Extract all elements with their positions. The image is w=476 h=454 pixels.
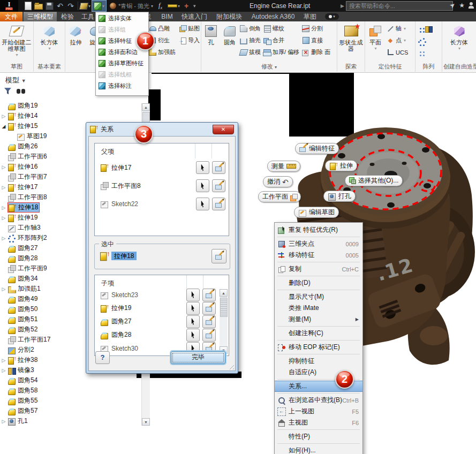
group-label-freeform[interactable]: 创建自由造型 bbox=[442, 63, 476, 71]
user-account-icon[interactable] bbox=[469, 2, 474, 9]
edit-sketch-button[interactable]: 编辑草图 bbox=[294, 207, 339, 218]
resize-grip[interactable] bbox=[228, 363, 234, 369]
tab-3d-model[interactable]: 三维模型 bbox=[24, 12, 57, 21]
ucs-button[interactable]: UCS bbox=[387, 47, 408, 58]
redo-button[interactable]: ↷ bbox=[65, 1, 76, 11]
undo-minibutton[interactable]: 撤消 ↶ bbox=[263, 176, 293, 187]
combine-button[interactable]: 合并 bbox=[263, 35, 299, 46]
workplane-minibutton[interactable]: 工作平面 bbox=[258, 191, 301, 202]
shell-button[interactable]: 抽壳 bbox=[240, 35, 261, 46]
open-button[interactable] bbox=[33, 1, 44, 11]
menu-item-select-annotations[interactable]: 选择标注 bbox=[96, 80, 148, 92]
import-button[interactable]: 导入 bbox=[179, 35, 200, 46]
expander-icon[interactable]: ▷ bbox=[0, 113, 7, 119]
thicken-button[interactable]: 加厚/ 偏移 bbox=[263, 47, 299, 58]
expander-icon[interactable]: ▷ bbox=[0, 368, 7, 373]
select-in-window-button[interactable] bbox=[186, 302, 200, 315]
filter-icon[interactable] bbox=[4, 88, 11, 95]
menu-item-repeat-feature[interactable]: 重复 特征优先(R) bbox=[275, 224, 362, 236]
search-binoculars-icon[interactable] bbox=[17, 88, 27, 95]
inventor-logo-icon[interactable]: IPRO bbox=[0, 0, 18, 12]
edit-button[interactable] bbox=[202, 329, 216, 342]
expander-icon[interactable]: ▷ bbox=[0, 286, 7, 292]
tree-item[interactable]: 圆角54 bbox=[0, 375, 138, 385]
expander-icon[interactable]: ▷ bbox=[0, 419, 7, 424]
menu-item-select-sketch-features[interactable]: 选择草图特征 bbox=[96, 58, 148, 69]
menu-item-suppress-features[interactable]: 抑制特征 bbox=[275, 355, 362, 367]
select-other-button[interactable]: 选择其他(O)... bbox=[345, 175, 403, 186]
expander-icon[interactable]: ◢ bbox=[0, 124, 7, 129]
expander-icon[interactable]: ▷ bbox=[0, 185, 7, 190]
sketch-pattern-button[interactable] bbox=[417, 47, 424, 58]
child-row[interactable]: 圆角27 bbox=[95, 315, 219, 328]
children-scrollbar[interactable]: ▲ ▼ bbox=[220, 289, 228, 354]
close-button[interactable]: ✕ bbox=[213, 125, 234, 134]
sketch-tool-button[interactable]: ▾ bbox=[80, 1, 90, 11]
shape-generator-button[interactable]: 形状生成器 bbox=[339, 23, 364, 59]
edit-button[interactable] bbox=[202, 289, 216, 301]
group-label-primitives[interactable]: 基本要素 bbox=[34, 63, 65, 71]
material-dropdown[interactable]: *青铜 - 抛光 bbox=[118, 2, 149, 10]
tab-get-started[interactable]: 快速入门 bbox=[178, 12, 211, 21]
menu-item-properties[interactable]: 特性(P) bbox=[275, 431, 362, 442]
menu-item-how-to[interactable]: 如何(H)... bbox=[275, 445, 362, 454]
appearance-dropdown-arrow[interactable]: ▾ bbox=[178, 4, 180, 9]
group-label-pattern[interactable]: 阵列 bbox=[415, 63, 442, 71]
tree-item[interactable]: 圆角58 bbox=[0, 385, 138, 396]
menu-item-show-dimensions[interactable]: 显示尺寸(M) bbox=[275, 291, 362, 302]
expander-icon[interactable]: ▷ bbox=[0, 358, 7, 363]
edit-button[interactable] bbox=[212, 161, 225, 174]
tree-item[interactable]: 圆角19 bbox=[0, 101, 138, 111]
tab-add-ins[interactable]: 附加模块 bbox=[212, 12, 246, 21]
expander-icon[interactable]: ▷ bbox=[0, 205, 7, 210]
parent-row[interactable]: Sketch22 bbox=[95, 195, 229, 213]
material-dropdown-arrow[interactable]: ▾ bbox=[151, 4, 153, 9]
sign-in-icon[interactable]: ➤ bbox=[448, 1, 457, 10]
axis-button[interactable]: 轴▾ bbox=[387, 23, 408, 34]
emboss-button[interactable]: 凸雕 bbox=[149, 23, 176, 34]
menu-item-infer-imate[interactable]: 类推 iMate bbox=[275, 302, 362, 314]
search-collapse-arrow[interactable]: ▶ bbox=[341, 3, 344, 9]
chamfer-button[interactable]: 倒角 bbox=[240, 23, 261, 34]
hole-button[interactable]: 孔 bbox=[202, 23, 220, 59]
parameters-fx-button[interactable]: fx bbox=[158, 2, 162, 10]
tab-bim[interactable]: BIM bbox=[157, 12, 177, 21]
mirror-button[interactable] bbox=[425, 23, 433, 34]
select-in-window-button[interactable] bbox=[186, 315, 200, 328]
scroll-up-button[interactable]: ▲ bbox=[142, 103, 150, 111]
plane-button[interactable]: 平面 ▾ bbox=[366, 23, 384, 59]
delete-face-button[interactable]: ×删除 面 bbox=[302, 47, 330, 58]
help-button[interactable]: ? bbox=[95, 351, 110, 364]
search-input[interactable] bbox=[346, 1, 453, 11]
rib-button[interactable]: 加强筋 bbox=[149, 47, 176, 58]
select-in-window-button[interactable] bbox=[186, 289, 200, 301]
edit-button[interactable] bbox=[202, 315, 216, 328]
extrude-minibutton[interactable]: 拉伸 bbox=[325, 160, 357, 171]
scroll-down-button[interactable]: ▼ bbox=[142, 418, 150, 426]
select-in-window-button[interactable] bbox=[196, 179, 209, 192]
select-in-window-button[interactable] bbox=[196, 161, 209, 174]
expander-icon[interactable]: ▷ bbox=[0, 215, 7, 221]
save-button[interactable] bbox=[44, 1, 55, 11]
edit-button[interactable] bbox=[212, 179, 225, 192]
tree-item[interactable]: 圆角57 bbox=[0, 406, 138, 416]
tree-item[interactable]: ▷孔1 bbox=[0, 416, 138, 426]
menu-item-select-solids[interactable]: 选择实体 bbox=[96, 13, 148, 24]
new-file-button[interactable] bbox=[22, 1, 33, 11]
menu-item-previous-view[interactable]: 上一视图F5 bbox=[275, 406, 362, 417]
tab-sketch[interactable]: 草图 bbox=[300, 12, 320, 21]
hole-minibutton[interactable]: 打孔 bbox=[323, 191, 356, 202]
menu-item-move-feature[interactable]: 移动特征0005 bbox=[275, 249, 362, 261]
freeform-box-button[interactable]: 长方体 ▾ bbox=[446, 23, 473, 59]
scrollbar-thumb[interactable] bbox=[220, 298, 228, 317]
decal-button[interactable]: 贴图 bbox=[179, 23, 200, 34]
menu-item-move-eop[interactable]: 移动 EOP 标记(E) bbox=[275, 342, 362, 353]
edit-button[interactable] bbox=[212, 198, 225, 210]
edit-feature-button[interactable]: 编辑特征 bbox=[295, 143, 339, 154]
undo-button[interactable]: ↶ bbox=[55, 1, 65, 11]
menu-item-find-in-browser[interactable]: 在浏览器中查找(B)Ctrl+B bbox=[275, 395, 362, 406]
child-row[interactable]: 圆角28 bbox=[95, 328, 219, 342]
done-button[interactable]: 完毕 bbox=[171, 351, 225, 364]
scroll-up-button[interactable]: ▲ bbox=[220, 289, 228, 297]
parent-row[interactable]: 工作平面8 bbox=[95, 177, 229, 195]
